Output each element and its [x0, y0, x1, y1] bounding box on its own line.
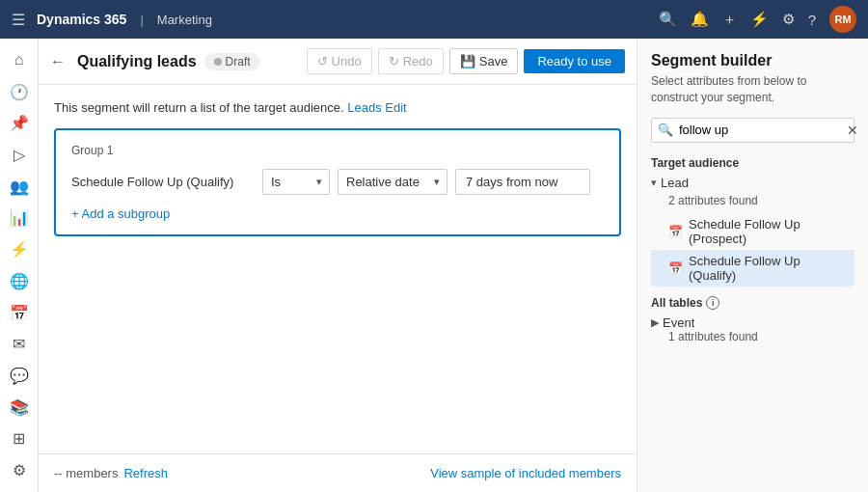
sidebar-item-book[interactable]: 📚 — [2, 394, 37, 422]
main-layout: ⌂ 🕐 📌 ▷ 👥 📊 ⚡ 🌐 📅 ✉ 💬 📚 ⊞ ⚙ ← Qualifying… — [0, 39, 868, 492]
content-area: ← Qualifying leads Draft ↺ Undo ↻ Redo 💾… — [39, 39, 637, 492]
date-type-dropdown[interactable]: Relative date Exact date — [338, 169, 448, 195]
hamburger-icon[interactable]: ☰ — [12, 11, 25, 29]
attribute-item-prospect[interactable]: 📅 Schedule Follow Up (Prospect) — [651, 213, 854, 250]
attr-label-qualify: Schedule Follow Up (Qualify) — [689, 254, 849, 283]
bottom-bar: -- members Refresh View sample of includ… — [39, 453, 637, 492]
segment-info: This segment will return a list of the t… — [54, 100, 621, 115]
attr-label-prospect: Schedule Follow Up (Prospect) — [689, 217, 849, 246]
event-section-expand[interactable]: ▶ Event — [651, 315, 854, 330]
all-tables-row: All tables i — [651, 296, 854, 310]
segment-info-text: This segment will return a list of the t… — [54, 100, 344, 115]
panel-subtitle: Select attributes from below to construc… — [651, 73, 854, 106]
left-sidebar: ⌂ 🕐 📌 ▷ 👥 📊 ⚡ 🌐 📅 ✉ 💬 📚 ⊞ ⚙ — [0, 39, 39, 492]
sidebar-item-pin[interactable]: 📌 — [2, 109, 37, 137]
lead-caret-icon: ▾ — [651, 177, 657, 189]
operator-dropdown[interactable]: Is Is not — [262, 169, 330, 195]
back-button[interactable]: ← — [50, 53, 66, 70]
right-panel: Segment builder Select attributes from b… — [637, 39, 868, 492]
sidebar-item-chart[interactable]: 📊 — [2, 205, 37, 232]
group-box: Group 1 Schedule Follow Up (Qualify) Is … — [54, 128, 621, 236]
date-value-box[interactable]: 7 days from now — [455, 169, 590, 195]
search-icon[interactable]: 🔍 — [659, 11, 677, 28]
audience-type-link[interactable]: Leads — [347, 100, 381, 115]
search-input[interactable] — [679, 123, 841, 137]
search-box: 🔍 ✕ — [651, 118, 854, 143]
sidebar-item-filter[interactable]: ⚡ — [2, 235, 37, 263]
avatar[interactable]: RM — [829, 6, 856, 33]
condition-row: Schedule Follow Up (Qualify) Is Is not ▾… — [71, 169, 604, 195]
attr-icon-qualify: 📅 — [668, 261, 683, 275]
nav-right-actions: 🔍 🔔 ＋ ⚡ ⚙ ? RM — [659, 6, 856, 33]
command-bar: ← Qualifying leads Draft ↺ Undo ↻ Redo 💾… — [39, 39, 637, 85]
search-icon: 🔍 — [658, 123, 673, 137]
sidebar-item-grid[interactable]: ⊞ — [2, 425, 37, 453]
refresh-link[interactable]: Refresh — [123, 466, 168, 480]
lead-section-expand[interactable]: ▾ Lead — [651, 176, 854, 190]
attr-icon-prospect: 📅 — [668, 225, 683, 238]
attribute-item-qualify[interactable]: 📅 Schedule Follow Up (Qualify) — [651, 250, 854, 287]
sidebar-item-recent[interactable]: 🕐 — [2, 78, 37, 106]
sidebar-item-home[interactable]: ⌂ — [2, 46, 37, 74]
command-bar-right: ↺ Undo ↻ Redo 💾 Save Ready to use — [307, 48, 625, 74]
all-tables-label: All tables — [651, 296, 702, 310]
sidebar-item-play[interactable]: ▷ — [2, 141, 37, 169]
sidebar-item-calendar[interactable]: 📅 — [2, 299, 37, 327]
lead-attr-count: 2 attributes found — [668, 194, 854, 207]
app-title: Dynamics 365 — [37, 12, 126, 27]
status-dot — [214, 58, 222, 66]
module-title: Marketing — [157, 13, 212, 27]
help-icon[interactable]: ? — [808, 12, 816, 28]
status-badge: Draft — [204, 53, 260, 70]
nav-divider: | — [140, 13, 143, 27]
event-section: ▶ Event 1 attributes found — [651, 315, 854, 343]
date-type-dropdown-wrapper: Relative date Exact date ▾ — [338, 169, 448, 195]
add-subgroup-button[interactable]: + Add a subgroup — [71, 206, 604, 221]
bell-icon[interactable]: 🔔 — [691, 11, 709, 28]
lead-entity-name: Lead — [661, 176, 689, 190]
sidebar-item-globe[interactable]: 🌐 — [2, 267, 37, 295]
save-icon: 💾 — [460, 54, 475, 68]
view-sample-link[interactable]: View sample of included members — [430, 466, 621, 480]
sidebar-item-mail[interactable]: ✉ — [2, 330, 37, 358]
event-entity-name: Event — [663, 315, 694, 330]
plus-icon[interactable]: ＋ — [722, 11, 737, 29]
panel-title: Segment builder — [651, 52, 854, 69]
status-label: Draft — [226, 55, 251, 68]
filter-icon[interactable]: ⚡ — [750, 11, 769, 28]
page-title: Qualifying leads — [77, 53, 197, 70]
group-label: Group 1 — [71, 144, 604, 157]
save-button[interactable]: 💾 Save — [449, 48, 519, 74]
top-navigation: ☰ Dynamics 365 | Marketing 🔍 🔔 ＋ ⚡ ⚙ ? R… — [0, 0, 868, 39]
operator-dropdown-wrapper: Is Is not ▾ — [262, 169, 330, 195]
event-attr-count: 1 attributes found — [668, 330, 854, 343]
sidebar-item-cog[interactable]: ⚙ — [2, 456, 37, 484]
undo-icon: ↺ — [317, 54, 328, 68]
target-audience-label: Target audience — [651, 156, 854, 170]
sidebar-item-chat[interactable]: 💬 — [2, 362, 37, 390]
redo-icon: ↻ — [389, 54, 399, 68]
condition-field-name: Schedule Follow Up (Qualify) — [71, 175, 255, 189]
redo-button[interactable]: ↻ Redo — [378, 48, 444, 74]
members-text: -- members — [54, 466, 118, 480]
edit-link[interactable]: Edit — [385, 100, 406, 115]
all-tables-info-icon[interactable]: i — [706, 296, 719, 310]
undo-button[interactable]: ↺ Undo — [307, 48, 372, 74]
clear-search-icon[interactable]: ✕ — [847, 123, 858, 138]
event-caret-icon: ▶ — [651, 316, 659, 329]
segment-content: This segment will return a list of the t… — [39, 85, 637, 453]
sidebar-item-contacts[interactable]: 👥 — [2, 173, 37, 201]
settings-icon[interactable]: ⚙ — [782, 11, 795, 28]
ready-to-use-button[interactable]: Ready to use — [524, 49, 625, 73]
